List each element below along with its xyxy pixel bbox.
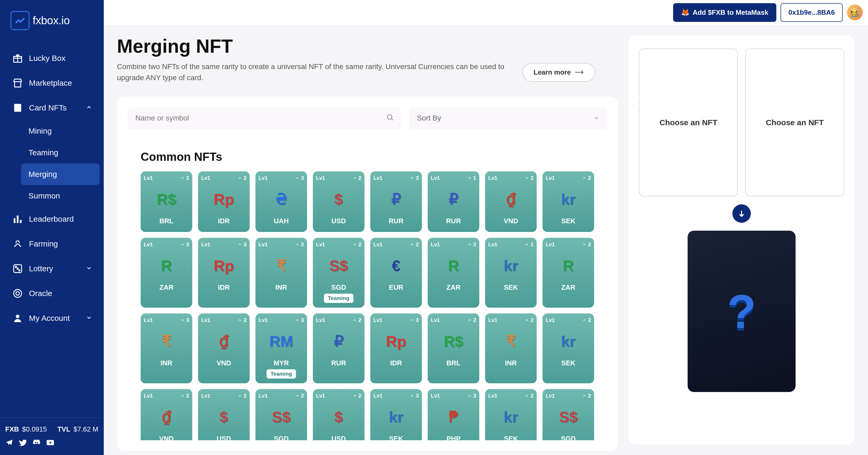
nft-card[interactable]: Lv11₽RUR bbox=[428, 171, 479, 232]
nft-count: 1 bbox=[531, 241, 533, 248]
nft-card[interactable]: Lv12₽RUR bbox=[313, 313, 365, 383]
nft-card[interactable]: Lv12₫VND bbox=[141, 389, 192, 440]
nft-card[interactable]: Lv11krSEK bbox=[485, 238, 537, 308]
telegram-icon[interactable] bbox=[5, 439, 13, 448]
nft-card[interactable]: Lv13RZAR bbox=[141, 238, 192, 308]
nft-card[interactable]: Lv13₹INR bbox=[141, 313, 192, 383]
level-up-icon bbox=[352, 394, 357, 398]
nft-card[interactable]: Lv12krSEK bbox=[542, 171, 594, 232]
nft-card[interactable]: Lv12R$BRL bbox=[428, 313, 479, 383]
nft-card[interactable]: Lv12$USD bbox=[313, 389, 365, 440]
fxb-label: FXB bbox=[5, 425, 19, 433]
nft-level: Lv1 bbox=[316, 241, 325, 248]
svg-point-12 bbox=[16, 291, 19, 295]
nft-card[interactable]: Lv12₹INR bbox=[485, 313, 537, 383]
nft-level: Lv1 bbox=[144, 175, 153, 181]
nft-level: Lv1 bbox=[431, 241, 440, 248]
sidebar-item-card-nfts[interactable]: Card NFTs bbox=[4, 95, 99, 120]
twitter-icon[interactable] bbox=[19, 439, 27, 448]
search-input[interactable] bbox=[127, 107, 401, 129]
chevron-icon bbox=[86, 264, 92, 273]
sidebar-item-farming[interactable]: Farming bbox=[4, 231, 99, 256]
svg-point-8 bbox=[15, 266, 17, 267]
nft-symbol-icon: Rp bbox=[211, 252, 237, 279]
nft-card[interactable]: Lv12RpIDR bbox=[198, 171, 250, 232]
nft-level: Lv1 bbox=[488, 393, 497, 399]
nft-card[interactable]: Lv12₫VND bbox=[485, 171, 537, 232]
merge-result: ? bbox=[688, 231, 796, 392]
merge-slot-1[interactable]: Choose an NFT bbox=[639, 49, 738, 196]
discord-icon[interactable] bbox=[33, 439, 40, 448]
nft-level: Lv1 bbox=[488, 317, 497, 323]
nft-card[interactable]: Lv13₴UAH bbox=[255, 171, 307, 232]
nft-level: Lv1 bbox=[258, 175, 268, 181]
nft-symbol: BRL bbox=[446, 359, 460, 367]
nft-card[interactable]: Lv12₹INR bbox=[255, 238, 307, 308]
nft-symbol: SEK bbox=[389, 435, 403, 440]
sort-dropdown[interactable]: Sort By bbox=[409, 107, 607, 129]
nft-level: Lv1 bbox=[258, 393, 268, 399]
nft-symbol-icon: kr bbox=[498, 252, 524, 279]
nft-card[interactable]: Lv12₫VND bbox=[198, 313, 250, 383]
sidebar-subitem-merging[interactable]: Merging bbox=[21, 164, 99, 185]
nft-level: Lv1 bbox=[144, 393, 153, 399]
nft-card[interactable]: Lv12S$SGD bbox=[542, 389, 594, 440]
nft-scroll[interactable]: Common NFTs Lv12R$BRLLv12RpIDRLv13₴UAHLv… bbox=[127, 140, 607, 440]
page-title: Merging NFT bbox=[117, 35, 618, 57]
sidebar-item-oracle[interactable]: Oracle bbox=[4, 281, 99, 306]
avatar[interactable]: 🧑‍🌾 bbox=[847, 4, 863, 20]
nft-card[interactable]: Lv12RZAR bbox=[542, 238, 594, 308]
sidebar-subitem-teaming[interactable]: Teaming bbox=[21, 142, 99, 164]
user-icon bbox=[11, 312, 24, 324]
nft-card[interactable]: Lv12€EUR bbox=[370, 238, 422, 308]
svg-line-16 bbox=[391, 119, 393, 120]
nft-symbol: INR bbox=[505, 359, 517, 367]
sidebar-item-lucky-box[interactable]: Lucky Box bbox=[4, 46, 99, 70]
nft-card[interactable]: Lv13krSEK bbox=[370, 389, 422, 440]
nft-symbol: USD bbox=[332, 435, 346, 440]
nft-symbol-icon: ₫ bbox=[211, 328, 237, 354]
nft-symbol: PHP bbox=[446, 435, 460, 440]
nft-symbol: RUR bbox=[446, 217, 461, 225]
nft-card[interactable]: Lv12$USD bbox=[198, 389, 250, 440]
nft-level: Lv1 bbox=[488, 241, 497, 248]
nft-symbol-icon: ₹ bbox=[498, 328, 524, 354]
sidebar-subitem-summon[interactable]: Summon bbox=[21, 185, 99, 207]
wallet-button[interactable]: 0x1b9e...8BA6 bbox=[781, 3, 843, 22]
merge-slot-2[interactable]: Choose an NFT bbox=[745, 49, 844, 196]
nft-card[interactable]: Lv12krSEK bbox=[542, 313, 594, 383]
nft-card[interactable]: Lv12S$SGD bbox=[255, 389, 307, 440]
logo[interactable]: fxbox.io bbox=[0, 0, 104, 38]
nft-card[interactable]: Lv13RpIDR bbox=[370, 313, 422, 383]
nft-tag: Teaming bbox=[324, 294, 354, 303]
sidebar-item-my-account[interactable]: My Account bbox=[4, 306, 99, 331]
nft-symbol-icon: $ bbox=[326, 404, 352, 430]
nft-level: Lv1 bbox=[316, 393, 325, 399]
page-description: Combine two NFTs of the same rarity to c… bbox=[117, 61, 512, 83]
nft-card[interactable]: Lv13RMMYRTeaming bbox=[255, 313, 307, 383]
nft-card[interactable]: Lv13RpIDR bbox=[198, 238, 250, 308]
nft-symbol-icon: € bbox=[383, 252, 409, 279]
nft-symbol-icon: $ bbox=[211, 404, 237, 430]
chevron-down-icon bbox=[594, 115, 599, 121]
nft-card[interactable]: Lv13₽RUR bbox=[370, 171, 422, 232]
add-fxb-button[interactable]: 🦊 Add $FXB to MetaMask bbox=[673, 3, 776, 22]
nft-symbol-icon: ₹ bbox=[153, 328, 180, 354]
svg-point-11 bbox=[14, 289, 22, 297]
sidebar-subitem-mining[interactable]: Mining bbox=[21, 120, 99, 142]
nft-count: 1 bbox=[473, 175, 476, 181]
sidebar-item-lottery[interactable]: Lottery bbox=[4, 256, 99, 281]
nft-card[interactable]: Lv12S$SGDTeaming bbox=[313, 238, 365, 308]
nft-card[interactable]: Lv13₱PHP bbox=[428, 389, 479, 440]
nft-card[interactable]: Lv12R$BRL bbox=[141, 171, 192, 232]
sidebar-item-leaderboard[interactable]: Leaderboard bbox=[4, 207, 99, 231]
nft-card[interactable]: Lv12krSEK bbox=[485, 389, 537, 440]
search-field[interactable] bbox=[127, 107, 401, 129]
youtube-icon[interactable] bbox=[46, 439, 54, 448]
nft-card[interactable]: Lv12RZAR bbox=[428, 238, 479, 308]
learn-more-button[interactable]: Learn more bbox=[523, 63, 595, 82]
nft-card[interactable]: Lv12$USD bbox=[313, 171, 365, 232]
nft-symbol-icon: $ bbox=[326, 186, 352, 212]
nft-level: Lv1 bbox=[316, 175, 325, 181]
sidebar-item-marketplace[interactable]: Marketplace bbox=[4, 70, 99, 95]
